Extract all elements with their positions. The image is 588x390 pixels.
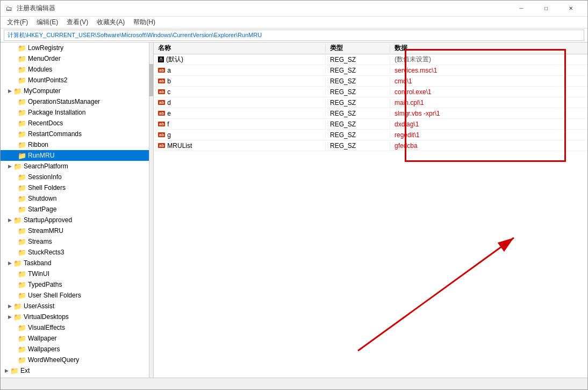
expand-icon[interactable]	[10, 345, 18, 353]
folder-icon: 📁	[18, 323, 26, 332]
ab-icon: ab	[158, 100, 165, 105]
table-row[interactable]: 🅰 (默认) REG_SZ (数值未设置)	[154, 54, 587, 65]
table-row[interactable]: ab d REG_SZ main.cpl\1	[154, 97, 587, 108]
expand-icon[interactable]: ▶	[6, 162, 13, 170]
minimize-button[interactable]: ─	[509, 1, 534, 17]
expand-icon[interactable]	[10, 356, 18, 364]
expand-icon[interactable]	[10, 173, 18, 181]
table-row[interactable]: ab c REG_SZ control.exe\1	[154, 87, 587, 97]
tree-item-streams[interactable]: 📁 Streams	[1, 236, 149, 247]
left-scrollbar[interactable]	[149, 42, 153, 378]
folder-icon: 📁	[18, 334, 26, 343]
window-title: 注册表编辑器	[17, 4, 55, 13]
tree-item[interactable]: 📁 MenuOrder	[1, 53, 149, 64]
tree-item[interactable]: 📁 TypedPaths	[1, 279, 149, 290]
tree-item[interactable]: 📁 SessionInfo	[1, 172, 149, 182]
address-bar: 计算机\HKEY_CURRENT_USER\Software\Microsoft…	[1, 29, 587, 42]
expand-icon[interactable]	[10, 44, 18, 52]
expand-icon[interactable]	[10, 227, 18, 235]
folder-icon: 📁	[13, 302, 22, 310]
expand-icon[interactable]	[10, 130, 18, 138]
expand-icon[interactable]	[10, 76, 18, 84]
tree-item-shutdown[interactable]: 📁 Shutdown	[1, 193, 149, 204]
expand-icon[interactable]: ▶	[6, 87, 13, 95]
menu-view[interactable]: 查看(V)	[62, 17, 92, 28]
folder-icon: 📁	[13, 259, 22, 267]
tree-item[interactable]: 📁 MountPoints2	[1, 75, 149, 86]
folder-icon: 📁	[18, 108, 26, 117]
tree-item[interactable]: ▶ 📁 StartupApproved	[1, 215, 149, 225]
expand-icon[interactable]	[10, 324, 18, 331]
folder-icon: 📁	[18, 356, 26, 364]
ab-icon: ab	[158, 111, 165, 116]
expand-icon[interactable]: ▶	[6, 302, 13, 310]
expand-icon[interactable]	[10, 109, 18, 116]
tree-item[interactable]: 📁 StreamMRU	[1, 225, 149, 236]
tree-item[interactable]: 📁 StuckRects3	[1, 247, 149, 258]
tree-item[interactable]: ▶ 📁 MyComputer	[1, 86, 149, 96]
expand-icon[interactable]	[10, 184, 18, 192]
expand-icon[interactable]	[10, 205, 18, 213]
folder-icon: 📁	[18, 130, 26, 138]
status-bar	[1, 378, 587, 389]
tree-item-wallpaper[interactable]: 📁 Wallpaper	[1, 333, 149, 344]
expand-icon[interactable]	[10, 66, 18, 73]
expand-icon[interactable]	[10, 249, 18, 256]
tree-item[interactable]: 📁 WordWheelQuery	[1, 354, 149, 365]
expand-icon[interactable]	[10, 270, 18, 278]
tree-area[interactable]: 📁 LowRegistry 📁 MenuOrder 📁 Modules	[1, 42, 149, 378]
expand-icon[interactable]	[10, 152, 18, 159]
table-row[interactable]: ab f REG_SZ dxdiag\1	[154, 119, 587, 130]
table-row[interactable]: ab b REG_SZ cmd\1	[154, 76, 587, 87]
expand-icon[interactable]	[10, 335, 18, 342]
tree-item[interactable]: 📁 OperationStatusManager	[1, 96, 149, 107]
tree-item[interactable]: 📁 Wallpapers	[1, 344, 149, 354]
expand-icon[interactable]	[10, 238, 18, 245]
tree-item-package-installation[interactable]: 📁 Package Installation	[1, 107, 149, 118]
expand-icon[interactable]	[10, 119, 18, 127]
tree-item-ext[interactable]: ▶ 📁 Ext	[1, 365, 149, 376]
table-row[interactable]: ab a REG_SZ services.msc\1	[154, 65, 587, 76]
expand-icon[interactable]	[10, 55, 18, 62]
expand-icon[interactable]: ▶	[6, 313, 13, 321]
tree-item[interactable]: ▶ 📁 Taskband	[1, 258, 149, 268]
tree-item[interactable]: 📁 Shell Folders	[1, 182, 149, 193]
default-value-icon: 🅰	[158, 56, 164, 63]
tree-item[interactable]: ▶ 📁 SearchPlatform	[1, 161, 149, 172]
maximize-button[interactable]: □	[534, 1, 558, 17]
menu-edit[interactable]: 编辑(E)	[32, 17, 62, 28]
expand-icon[interactable]	[10, 292, 18, 299]
tree-item[interactable]: 📁 Modules	[1, 64, 149, 75]
tree-item[interactable]: 📁 VisualEffects	[1, 322, 149, 333]
menu-favorites[interactable]: 收藏夹(A)	[92, 17, 129, 28]
expand-icon[interactable]	[10, 281, 18, 288]
table-row[interactable]: ab e REG_SZ slmgr.vbs -xpr\1	[154, 108, 587, 119]
col-header-type: 类型	[326, 44, 390, 53]
tree-item[interactable]: 📁 RecentDocs	[1, 118, 149, 129]
table-row[interactable]: ab g REG_SZ regedit\1	[154, 130, 587, 140]
tree-item[interactable]: 📁 User Shell Folders	[1, 290, 149, 301]
expand-icon[interactable]	[10, 141, 18, 148]
address-text[interactable]: 计算机\HKEY_CURRENT_USER\Software\Microsoft…	[4, 30, 584, 41]
tree-item[interactable]: 📁 LowRegistry	[1, 42, 149, 53]
folder-icon: 📁	[18, 44, 26, 52]
tree-item-runmru[interactable]: 📁 RunMRU	[1, 150, 149, 161]
tree-item[interactable]: 📁 StartPage	[1, 204, 149, 215]
scroll-thumb[interactable]	[149, 64, 154, 96]
expand-icon[interactable]	[10, 195, 18, 202]
svg-line-1	[358, 238, 514, 351]
table-row[interactable]: ab MRUList REG_SZ gfedcba	[154, 140, 587, 151]
tree-item[interactable]: ▶ 📁 UserAssist	[1, 301, 149, 311]
tree-item-ribbon[interactable]: 📁 Ribbon	[1, 139, 149, 150]
tree-item[interactable]: ▶ 📁 VirtualDesktops	[1, 311, 149, 322]
menu-help[interactable]: 帮助(H)	[129, 17, 160, 28]
expand-icon[interactable]	[10, 98, 18, 105]
folder-icon: 📁	[18, 345, 26, 353]
expand-icon[interactable]: ▶	[6, 216, 13, 224]
expand-icon[interactable]: ▶	[3, 367, 10, 374]
tree-item[interactable]: 📁 RestartCommands	[1, 129, 149, 139]
expand-icon[interactable]: ▶	[6, 259, 13, 267]
close-button[interactable]: ✕	[558, 1, 583, 17]
menu-file[interactable]: 文件(F)	[3, 17, 32, 28]
tree-item[interactable]: 📁 TWinUI	[1, 268, 149, 279]
